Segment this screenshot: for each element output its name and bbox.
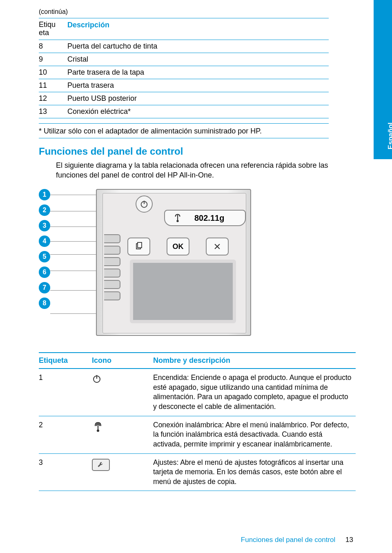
parts-row: 13Conexión eléctrica* bbox=[39, 105, 329, 118]
functions-row: 3Ajustes: Abre el menú de ajustes fotogr… bbox=[39, 453, 356, 491]
parts-row-desc: Parte trasera de la tapa bbox=[67, 66, 329, 79]
callout-8: 8 bbox=[39, 298, 50, 309]
parts-row-desc: Puerta del cartucho de tinta bbox=[67, 40, 329, 53]
document-stack-icon bbox=[134, 242, 144, 251]
parts-row-num: 8 bbox=[39, 40, 67, 53]
functions-row: 2Conexión inalámbrica: Abre el menú inal… bbox=[39, 416, 356, 453]
side-button-4[interactable] bbox=[104, 269, 120, 278]
side-button-3[interactable] bbox=[104, 257, 120, 266]
cancel-button[interactable] bbox=[206, 238, 229, 255]
footer-page-number: 13 bbox=[345, 536, 353, 544]
ok-button[interactable]: OK bbox=[167, 238, 189, 255]
parts-row: 8Puerta del cartucho de tinta bbox=[39, 40, 329, 53]
functions-row-num: 1 bbox=[39, 369, 92, 416]
callout-5: 5 bbox=[39, 251, 50, 262]
power-icon bbox=[140, 200, 149, 209]
side-button-5[interactable] bbox=[104, 280, 120, 289]
svg-point-3 bbox=[176, 220, 178, 222]
parts-row: 9Cristal bbox=[39, 53, 329, 66]
functions-row: 1Encendida: Enciende o apaga el producto… bbox=[39, 369, 356, 416]
parts-footnote: * Utilizar sólo con el adaptador de alim… bbox=[39, 123, 329, 138]
wrench-icon bbox=[96, 461, 106, 469]
functions-row-icon bbox=[92, 416, 153, 453]
parts-row: 11Puerta trasera bbox=[39, 79, 329, 92]
svg-rect-5 bbox=[138, 242, 142, 248]
callout-6: 6 bbox=[39, 267, 50, 278]
parts-header-descripcion: Descripción bbox=[67, 18, 329, 40]
callout-1: 1 bbox=[39, 189, 50, 200]
page-footer: Funciones del panel de control 13 bbox=[241, 536, 353, 544]
parts-row-num: 10 bbox=[39, 66, 67, 79]
functions-row-desc: Conexión inalámbrica: Abre el menú inalá… bbox=[153, 416, 356, 453]
callout-2: 2 bbox=[39, 204, 50, 216]
wifi-icon bbox=[92, 421, 104, 433]
callout-7: 7 bbox=[39, 282, 50, 293]
power-icon bbox=[92, 374, 102, 384]
section-heading: Funciones del panel de control bbox=[39, 146, 353, 157]
wifi-indicator: 802.11g bbox=[164, 210, 246, 226]
side-button-6[interactable] bbox=[104, 291, 120, 300]
functions-row-num: 2 bbox=[39, 416, 92, 453]
functions-header-icono: Icono bbox=[92, 353, 153, 369]
functions-row-icon bbox=[92, 453, 153, 491]
functions-row-icon bbox=[92, 369, 153, 416]
parts-row-num: 9 bbox=[39, 53, 67, 66]
functions-header-nombre: Nombre y descripción bbox=[153, 353, 356, 369]
functions-row-num: 3 bbox=[39, 453, 92, 491]
control-panel-diagram: 12345678 bbox=[39, 189, 267, 340]
wifi-label: 802.11g bbox=[194, 213, 224, 223]
parts-row-num: 13 bbox=[39, 105, 67, 118]
functions-table: Etiqueta Icono Nombre y descripción 1Enc… bbox=[39, 352, 356, 491]
callout-3: 3 bbox=[39, 220, 50, 231]
callout-4: 4 bbox=[39, 235, 50, 247]
parts-row-num: 12 bbox=[39, 92, 67, 105]
functions-row-desc: Ajustes: Abre el menú de ajustes fotográ… bbox=[153, 453, 356, 491]
x-icon bbox=[213, 242, 221, 251]
footer-title: Funciones del panel de control bbox=[241, 536, 336, 544]
parts-row-desc: Puerta trasera bbox=[67, 79, 329, 92]
power-button[interactable] bbox=[136, 195, 153, 213]
side-button-1[interactable] bbox=[104, 234, 120, 243]
side-buttons bbox=[104, 234, 120, 303]
display-screen bbox=[130, 260, 236, 323]
section-intro: El siguiente diagrama y la tabla relacio… bbox=[56, 160, 350, 180]
parts-header-etiqueta: Etiqu eta bbox=[39, 18, 67, 40]
functions-header-etiqueta: Etiqueta bbox=[39, 353, 92, 369]
side-button-2[interactable] bbox=[104, 246, 120, 255]
settings-button[interactable] bbox=[127, 238, 150, 255]
parts-row-desc: Conexión eléctrica* bbox=[67, 105, 329, 118]
svg-point-11 bbox=[97, 429, 99, 432]
wifi-icon bbox=[172, 213, 183, 223]
parts-row-desc: Cristal bbox=[67, 53, 329, 66]
language-tab-label: Español bbox=[387, 122, 392, 149]
functions-row-desc: Encendida: Enciende o apaga el producto.… bbox=[153, 369, 356, 416]
parts-row-desc: Puerto USB posterior bbox=[67, 92, 329, 105]
parts-row: 12Puerto USB posterior bbox=[39, 92, 329, 105]
language-tab: Español bbox=[374, 0, 392, 159]
parts-row: 10Parte trasera de la tapa bbox=[39, 66, 329, 79]
parts-table: Etiqu eta Descripción 8Puerta del cartuc… bbox=[39, 18, 329, 118]
table-continued-label: (continúa) bbox=[39, 8, 353, 16]
parts-row-num: 11 bbox=[39, 79, 67, 92]
